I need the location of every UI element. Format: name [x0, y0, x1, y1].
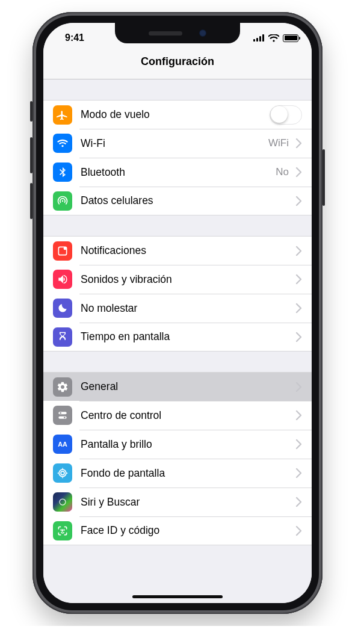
bluetooth-icon [53, 163, 72, 182]
notifications-icon [53, 241, 72, 261]
status-time: 9:41 [57, 33, 93, 43]
svg-point-5 [64, 247, 67, 250]
row-wifi[interactable]: Wi-Fi WiFi [43, 129, 312, 158]
row-sounds[interactable]: Sonidos y vibración [43, 265, 312, 294]
row-label: Modo de vuelo [81, 108, 270, 121]
row-label: Datos celulares [81, 194, 295, 207]
row-bluetooth[interactable]: Bluetooth No [43, 158, 312, 187]
chevron-right-icon [295, 138, 302, 149]
volume-up-button[interactable] [30, 137, 32, 173]
gear-icon [53, 377, 72, 397]
settings-list: Modo de vuelo Wi-Fi WiFi Bluetooth [43, 79, 312, 603]
row-siri[interactable]: Siri y Buscar [43, 488, 312, 516]
svg-rect-1 [256, 38, 258, 42]
row-general[interactable]: General [43, 372, 312, 401]
row-do-not-disturb[interactable]: No molestar [43, 294, 312, 323]
svg-text:AA: AA [58, 441, 67, 448]
wifi-icon [53, 134, 72, 153]
chevron-right-icon [295, 246, 302, 256]
row-screen-time[interactable]: Tiempo en pantalla [43, 323, 312, 351]
row-value: No [276, 166, 289, 178]
chevron-right-icon [295, 439, 302, 450]
row-label: Pantalla y brillo [81, 438, 295, 451]
row-label: Face ID y código [81, 524, 295, 537]
row-airplane-mode[interactable]: Modo de vuelo [43, 100, 312, 129]
row-wallpaper[interactable]: Fondo de pantalla [43, 459, 312, 488]
row-label: No molestar [81, 302, 295, 315]
wifi-status-icon [268, 34, 279, 42]
display-icon: AA [53, 435, 72, 454]
settings-group-connectivity: Modo de vuelo Wi-Fi WiFi Bluetooth [43, 100, 312, 215]
settings-group-alerts: Notificaciones Sonidos y vibración No mo… [43, 236, 312, 351]
home-indicator[interactable] [132, 595, 223, 598]
svg-point-17 [60, 499, 66, 505]
chevron-right-icon [295, 497, 302, 507]
battery-icon [283, 34, 298, 42]
notch [115, 23, 240, 43]
cellular-signal-icon [253, 34, 265, 42]
svg-rect-3 [262, 34, 264, 42]
row-label: Wi-Fi [81, 137, 268, 150]
chevron-right-icon [295, 382, 302, 392]
chevron-right-icon [295, 525, 302, 536]
faceid-icon [53, 521, 72, 540]
airplane-icon [53, 105, 72, 125]
page-title: Configuración [43, 49, 312, 79]
chevron-right-icon [295, 274, 302, 285]
row-label: Siri y Buscar [81, 496, 295, 509]
sounds-icon [53, 270, 72, 289]
chevron-right-icon [295, 468, 302, 478]
svg-point-9 [64, 416, 66, 418]
volume-down-button[interactable] [30, 183, 32, 219]
mute-switch[interactable] [30, 101, 32, 122]
row-label: Sonidos y vibración [81, 273, 295, 286]
row-label: Centro de control [81, 409, 295, 422]
wallpaper-icon [53, 463, 72, 483]
speaker-grille [149, 31, 182, 36]
svg-point-7 [60, 412, 61, 414]
svg-rect-0 [253, 39, 255, 42]
row-label: Notificaciones [81, 244, 295, 257]
chevron-right-icon [295, 303, 302, 314]
chevron-right-icon [295, 410, 302, 421]
row-control-center[interactable]: Centro de control [43, 401, 312, 430]
chevron-right-icon [295, 167, 302, 178]
chevron-right-icon [295, 332, 302, 342]
row-label: Tiempo en pantalla [81, 330, 295, 343]
row-display[interactable]: AA Pantalla y brillo [43, 430, 312, 459]
svg-point-12 [61, 471, 64, 475]
airplane-mode-toggle[interactable] [270, 105, 302, 125]
settings-group-system: General Centro de control AA Pantalla y … [43, 372, 312, 545]
row-faceid[interactable]: Face ID y código [43, 516, 312, 545]
row-label: Fondo de pantalla [81, 467, 295, 480]
power-button[interactable] [323, 149, 325, 206]
cellular-icon [53, 191, 72, 211]
siri-icon [53, 492, 72, 512]
chevron-right-icon [295, 196, 302, 206]
front-camera [199, 29, 206, 37]
row-label: Bluetooth [81, 166, 276, 179]
row-cellular[interactable]: Datos celulares [43, 187, 312, 215]
moon-icon [53, 299, 72, 318]
svg-rect-2 [259, 36, 261, 42]
row-value: WiFi [268, 137, 289, 149]
row-notifications[interactable]: Notificaciones [43, 236, 312, 265]
control-center-icon [53, 406, 72, 425]
row-label: General [81, 380, 295, 393]
hourglass-icon [53, 327, 72, 347]
svg-point-11 [59, 469, 66, 477]
phone-frame: 9:41 Configuración Modo de v [32, 12, 323, 614]
screen: 9:41 Configuración Modo de v [43, 23, 312, 603]
